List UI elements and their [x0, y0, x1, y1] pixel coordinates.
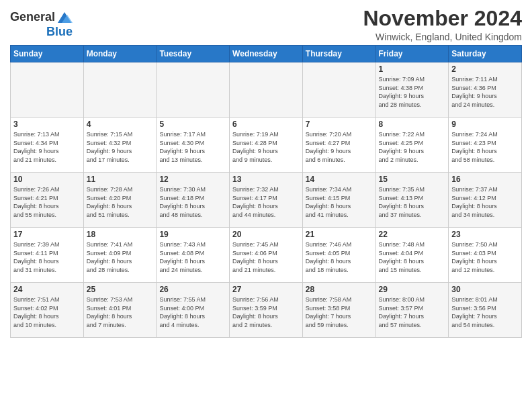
logo: General Blue — [10, 9, 73, 39]
day-info: Sunrise: 7:50 AM Sunset: 4:03 PM Dayligh… — [451, 240, 519, 274]
day-cell: 9Sunrise: 7:24 AM Sunset: 4:23 PM Daylig… — [449, 118, 522, 173]
day-number: 24 — [13, 285, 81, 294]
day-info: Sunrise: 7:45 AM Sunset: 4:06 PM Dayligh… — [232, 240, 300, 274]
day-cell: 20Sunrise: 7:45 AM Sunset: 4:06 PM Dayli… — [230, 228, 303, 283]
logo-general-text: General — [10, 11, 55, 24]
day-cell: 24Sunrise: 7:51 AM Sunset: 4:02 PM Dayli… — [11, 283, 84, 338]
day-number: 21 — [306, 230, 373, 239]
day-number: 23 — [451, 230, 519, 239]
col-tuesday: Tuesday — [157, 46, 230, 62]
day-number: 2 — [451, 64, 519, 74]
day-number: 11 — [87, 175, 154, 184]
day-info: Sunrise: 7:09 AM Sunset: 4:38 PM Dayligh… — [379, 75, 446, 109]
col-saturday: Saturday — [449, 46, 522, 62]
day-info: Sunrise: 7:24 AM Sunset: 4:23 PM Dayligh… — [451, 130, 519, 164]
day-cell: 21Sunrise: 7:46 AM Sunset: 4:05 PM Dayli… — [302, 228, 375, 283]
col-friday: Friday — [375, 46, 449, 62]
day-info: Sunrise: 7:30 AM Sunset: 4:18 PM Dayligh… — [159, 185, 226, 219]
day-number: 19 — [159, 230, 226, 239]
day-info: Sunrise: 7:41 AM Sunset: 4:09 PM Dayligh… — [87, 240, 154, 274]
day-info: Sunrise: 7:20 AM Sunset: 4:27 PM Dayligh… — [306, 130, 373, 164]
day-number: 30 — [451, 285, 519, 294]
day-info: Sunrise: 7:53 AM Sunset: 4:01 PM Dayligh… — [87, 295, 154, 329]
day-cell: 13Sunrise: 7:32 AM Sunset: 4:17 PM Dayli… — [230, 173, 303, 228]
day-cell: 8Sunrise: 7:22 AM Sunset: 4:25 PM Daylig… — [375, 118, 449, 173]
day-info: Sunrise: 7:48 AM Sunset: 4:04 PM Dayligh… — [379, 240, 446, 274]
week-row-4: 17Sunrise: 7:39 AM Sunset: 4:11 PM Dayli… — [11, 228, 522, 283]
day-number: 18 — [87, 230, 154, 239]
day-number: 12 — [159, 175, 226, 184]
day-number: 6 — [232, 120, 300, 129]
day-number: 1 — [379, 64, 446, 74]
day-number: 14 — [306, 175, 373, 184]
day-cell: 23Sunrise: 7:50 AM Sunset: 4:03 PM Dayli… — [449, 228, 522, 283]
day-number: 7 — [306, 120, 373, 129]
col-sunday: Sunday — [11, 46, 84, 62]
day-info: Sunrise: 7:19 AM Sunset: 4:28 PM Dayligh… — [232, 130, 300, 164]
week-row-2: 3Sunrise: 7:13 AM Sunset: 4:34 PM Daylig… — [11, 118, 522, 173]
day-number: 10 — [13, 175, 81, 184]
header-row: Sunday Monday Tuesday Wednesday Thursday… — [11, 46, 522, 62]
day-cell: 12Sunrise: 7:30 AM Sunset: 4:18 PM Dayli… — [157, 173, 230, 228]
day-cell: 15Sunrise: 7:35 AM Sunset: 4:13 PM Dayli… — [375, 173, 449, 228]
day-info: Sunrise: 7:13 AM Sunset: 4:34 PM Dayligh… — [13, 130, 81, 164]
day-info: Sunrise: 8:01 AM Sunset: 3:56 PM Dayligh… — [451, 295, 519, 329]
day-cell — [83, 62, 157, 118]
day-cell: 3Sunrise: 7:13 AM Sunset: 4:34 PM Daylig… — [11, 118, 84, 173]
day-number: 13 — [232, 175, 300, 184]
day-number: 26 — [159, 285, 226, 294]
week-row-5: 24Sunrise: 7:51 AM Sunset: 4:02 PM Dayli… — [11, 283, 522, 338]
day-info: Sunrise: 7:11 AM Sunset: 4:36 PM Dayligh… — [451, 75, 519, 109]
day-number: 17 — [13, 230, 81, 239]
day-info: Sunrise: 7:26 AM Sunset: 4:21 PM Dayligh… — [13, 185, 81, 219]
day-info: Sunrise: 7:58 AM Sunset: 3:58 PM Dayligh… — [306, 295, 373, 329]
day-cell: 1Sunrise: 7:09 AM Sunset: 4:38 PM Daylig… — [375, 62, 449, 118]
week-row-3: 10Sunrise: 7:26 AM Sunset: 4:21 PM Dayli… — [11, 173, 522, 228]
day-number: 29 — [379, 285, 446, 294]
day-number: 9 — [451, 120, 519, 129]
col-thursday: Thursday — [302, 46, 375, 62]
calendar-table: Sunday Monday Tuesday Wednesday Thursday… — [10, 45, 522, 338]
col-wednesday: Wednesday — [230, 46, 303, 62]
day-info: Sunrise: 7:55 AM Sunset: 4:00 PM Dayligh… — [159, 295, 226, 329]
day-info: Sunrise: 7:32 AM Sunset: 4:17 PM Dayligh… — [232, 185, 300, 219]
day-cell: 25Sunrise: 7:53 AM Sunset: 4:01 PM Dayli… — [83, 283, 157, 338]
day-info: Sunrise: 7:34 AM Sunset: 4:15 PM Dayligh… — [306, 185, 373, 219]
day-info: Sunrise: 7:15 AM Sunset: 4:32 PM Dayligh… — [87, 130, 154, 164]
day-cell: 11Sunrise: 7:28 AM Sunset: 4:20 PM Dayli… — [83, 173, 157, 228]
day-number: 16 — [451, 175, 519, 184]
day-cell: 7Sunrise: 7:20 AM Sunset: 4:27 PM Daylig… — [302, 118, 375, 173]
day-cell — [302, 62, 375, 118]
day-info: Sunrise: 7:17 AM Sunset: 4:30 PM Dayligh… — [159, 130, 226, 164]
day-cell — [157, 62, 230, 118]
day-cell — [230, 62, 303, 118]
day-cell: 29Sunrise: 8:00 AM Sunset: 3:57 PM Dayli… — [375, 283, 449, 338]
day-info: Sunrise: 7:46 AM Sunset: 4:05 PM Dayligh… — [306, 240, 373, 274]
day-number: 3 — [13, 120, 81, 129]
day-number: 8 — [379, 120, 446, 129]
day-number: 4 — [87, 120, 154, 129]
day-number: 22 — [379, 230, 446, 239]
day-cell: 14Sunrise: 7:34 AM Sunset: 4:15 PM Dayli… — [302, 173, 375, 228]
day-number: 27 — [232, 285, 300, 294]
day-cell: 5Sunrise: 7:17 AM Sunset: 4:30 PM Daylig… — [157, 118, 230, 173]
day-cell: 4Sunrise: 7:15 AM Sunset: 4:32 PM Daylig… — [83, 118, 157, 173]
day-info: Sunrise: 7:28 AM Sunset: 4:20 PM Dayligh… — [87, 185, 154, 219]
day-number: 28 — [306, 285, 373, 294]
header: General Blue November 2024 Winwick, Engl… — [10, 7, 522, 42]
day-info: Sunrise: 7:39 AM Sunset: 4:11 PM Dayligh… — [13, 240, 81, 274]
day-cell: 22Sunrise: 7:48 AM Sunset: 4:04 PM Dayli… — [375, 228, 449, 283]
day-info: Sunrise: 7:43 AM Sunset: 4:08 PM Dayligh… — [159, 240, 226, 274]
day-info: Sunrise: 7:51 AM Sunset: 4:02 PM Dayligh… — [13, 295, 81, 329]
day-info: Sunrise: 7:35 AM Sunset: 4:13 PM Dayligh… — [379, 185, 446, 219]
day-cell: 2Sunrise: 7:11 AM Sunset: 4:36 PM Daylig… — [449, 62, 522, 118]
day-number: 25 — [87, 285, 154, 294]
day-cell: 28Sunrise: 7:58 AM Sunset: 3:58 PM Dayli… — [302, 283, 375, 338]
day-cell: 18Sunrise: 7:41 AM Sunset: 4:09 PM Dayli… — [83, 228, 157, 283]
day-info: Sunrise: 7:56 AM Sunset: 3:59 PM Dayligh… — [232, 295, 300, 329]
day-cell: 30Sunrise: 8:01 AM Sunset: 3:56 PM Dayli… — [449, 283, 522, 338]
day-cell: 10Sunrise: 7:26 AM Sunset: 4:21 PM Dayli… — [11, 173, 84, 228]
day-cell: 17Sunrise: 7:39 AM Sunset: 4:11 PM Dayli… — [11, 228, 84, 283]
day-number: 15 — [379, 175, 446, 184]
day-cell: 19Sunrise: 7:43 AM Sunset: 4:08 PM Dayli… — [157, 228, 230, 283]
